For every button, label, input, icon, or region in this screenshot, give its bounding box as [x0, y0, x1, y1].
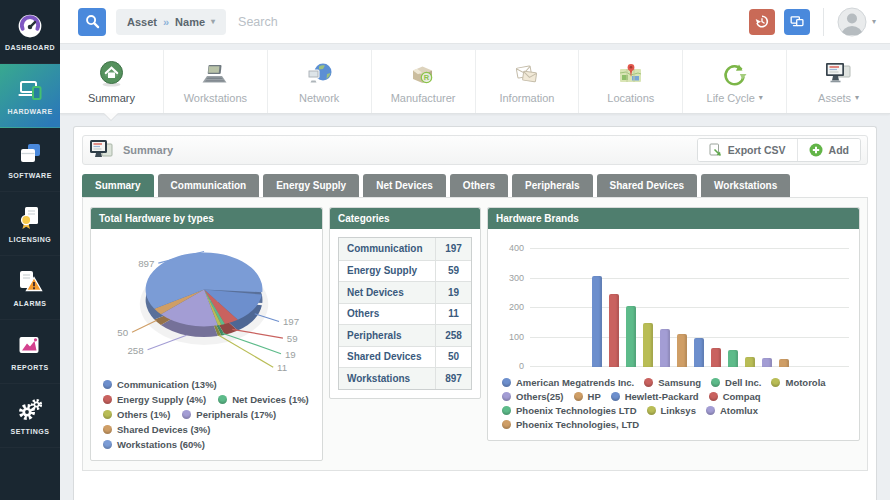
- tab-shared-devices[interactable]: Shared Devices: [597, 174, 698, 197]
- search-filter-chip[interactable]: Asset » Name ▾: [116, 9, 226, 35]
- legend-label: Phoenix Technologies, LTD: [516, 419, 639, 430]
- table-row: Others11: [339, 303, 471, 325]
- alarms-icon: [17, 269, 43, 295]
- legend-item-phoenix-technologies-ltd: Phoenix Technologies LTD: [502, 405, 637, 416]
- sidebar-item-hardware[interactable]: HARDWARE: [0, 64, 60, 128]
- export-csv-label: Export CSV: [728, 144, 786, 156]
- tab-others[interactable]: Others: [450, 174, 508, 197]
- legend-item-atomlux: Atomlux: [706, 405, 758, 416]
- gridline-0: 0: [530, 366, 849, 367]
- legend-dot: [103, 425, 112, 434]
- nav-item-network[interactable]: Network: [267, 50, 371, 113]
- table-row: Shared Devices50: [339, 346, 471, 368]
- workstations-icon: [200, 60, 230, 88]
- nav-item-information[interactable]: Information: [475, 50, 579, 113]
- licensing-icon: [18, 205, 43, 231]
- category-link[interactable]: Shared Devices: [339, 347, 435, 368]
- user-menu[interactable]: ▾: [837, 7, 876, 37]
- legend-label: Energy Supply (4%): [117, 394, 206, 405]
- nav-item-manufacturer[interactable]: RManufacturer: [371, 50, 475, 113]
- category-link[interactable]: Workstations: [339, 368, 435, 389]
- tab-communication[interactable]: Communication: [158, 174, 260, 197]
- legend-label: Atomlux: [720, 405, 758, 416]
- history-icon: [755, 14, 769, 29]
- nav-item-locations[interactable]: Locations: [578, 50, 682, 113]
- legend-label: Hewlett-Packard: [625, 391, 699, 402]
- legend-dot: [711, 378, 720, 387]
- category-link[interactable]: Energy Supply: [339, 261, 435, 282]
- sidebar-item-reports[interactable]: REPORTS: [0, 320, 60, 384]
- tab-summary[interactable]: Summary: [82, 174, 154, 197]
- categories-card-title: Categories: [330, 208, 480, 229]
- chevron-down-icon: ▾: [211, 17, 215, 26]
- legend-item-others-25: Others(25): [502, 391, 564, 402]
- sidebar-item-software[interactable]: SOFTWARE: [0, 128, 60, 192]
- tab-peripherals[interactable]: Peripherals: [512, 174, 592, 197]
- category-count: 197: [435, 238, 471, 260]
- bar-dell-inc: [626, 306, 636, 367]
- bar-compaq: [711, 348, 721, 367]
- nav-item-life-cycle[interactable]: Life Cycle▾: [682, 50, 786, 113]
- legend-label: Linksys: [661, 405, 696, 416]
- gauge-icon: [17, 13, 43, 39]
- legend-item-net-devices: Net Devices (1%): [218, 394, 309, 405]
- category-link[interactable]: Peripherals: [339, 325, 435, 346]
- nav-item-label: Workstations: [184, 92, 247, 104]
- summary-content: Total Hardware by types 8971975919115025…: [82, 197, 868, 471]
- gridline-300: 300: [530, 278, 849, 279]
- legend-dot: [502, 406, 511, 415]
- category-link[interactable]: Others: [339, 304, 435, 325]
- export-csv-button[interactable]: Export CSV: [698, 139, 797, 161]
- legend-label: HP: [588, 391, 601, 402]
- tab-energy-supply[interactable]: Energy Supply: [263, 174, 359, 197]
- legend-label: American Megatrends Inc.: [516, 377, 634, 388]
- pie-callout-value: 59: [287, 333, 298, 344]
- category-count: 11: [435, 304, 471, 325]
- table-row: Workstations897: [339, 367, 471, 389]
- sidebar-item-settings[interactable]: SETTINGS: [0, 384, 60, 448]
- sidebar-item-alarms[interactable]: ALARMS: [0, 256, 60, 320]
- bar-hewlett-packard: [694, 338, 704, 367]
- lifecycle-icon: [721, 60, 748, 88]
- category-link[interactable]: Communication: [339, 238, 435, 260]
- nav-item-summary[interactable]: Summary: [60, 50, 163, 113]
- legend-label: Communication (13%): [117, 379, 217, 390]
- nav-item-assets[interactable]: Assets▾: [786, 50, 890, 113]
- legend-dot: [502, 420, 511, 429]
- search-button[interactable]: [78, 8, 106, 36]
- search-input[interactable]: [236, 14, 739, 30]
- devices-button[interactable]: [784, 9, 810, 35]
- nav-item-workstations[interactable]: Workstations: [163, 50, 267, 113]
- bar-card-title: Hardware Brands: [488, 208, 859, 229]
- categories-card: Categories Communication197Energy Supply…: [329, 207, 481, 399]
- bar-atomlux: [762, 358, 772, 367]
- bar-others-25: [660, 329, 670, 367]
- legend-item-linksys: Linksys: [647, 405, 696, 416]
- legend-dot: [644, 378, 653, 387]
- category-count: 59: [435, 261, 471, 282]
- information-icon: [513, 60, 540, 88]
- sidebar-item-dashboard[interactable]: DASHBOARD: [0, 0, 60, 64]
- pie-legend: Communication (13%)Energy Supply (4%)Net…: [91, 379, 322, 460]
- nav-item-label: Manufacturer: [391, 92, 456, 104]
- sidebar: DASHBOARDHARDWARESOFTWARELICENSINGALARMS…: [0, 0, 60, 500]
- sidebar-item-label: REPORTS: [11, 364, 48, 371]
- tab-workstations[interactable]: Workstations: [701, 174, 790, 197]
- legend-item-hewlett-packard: Hewlett-Packard: [611, 391, 699, 402]
- sidebar-item-licensing[interactable]: LICENSING: [0, 192, 60, 256]
- gridline-400: 400: [530, 248, 849, 249]
- add-button[interactable]: Add: [797, 139, 860, 161]
- tab-net-devices[interactable]: Net Devices: [363, 174, 446, 197]
- legend-item-energy-supply: Energy Supply (4%): [103, 394, 206, 405]
- filter-secondary: Name: [175, 16, 205, 28]
- assets-icon: [824, 60, 853, 88]
- add-label: Add: [829, 144, 849, 156]
- legend-dot: [709, 392, 718, 401]
- legend-item-samsung: Samsung: [644, 377, 701, 388]
- bar-american-megatrends-inc: [592, 276, 602, 367]
- category-link[interactable]: Net Devices: [339, 282, 435, 303]
- panel-actions: Export CSV Add: [697, 138, 861, 162]
- monitor-icon: [89, 139, 115, 161]
- bar-phoenix-technologies-ltd: [779, 359, 789, 367]
- history-button[interactable]: [749, 9, 775, 35]
